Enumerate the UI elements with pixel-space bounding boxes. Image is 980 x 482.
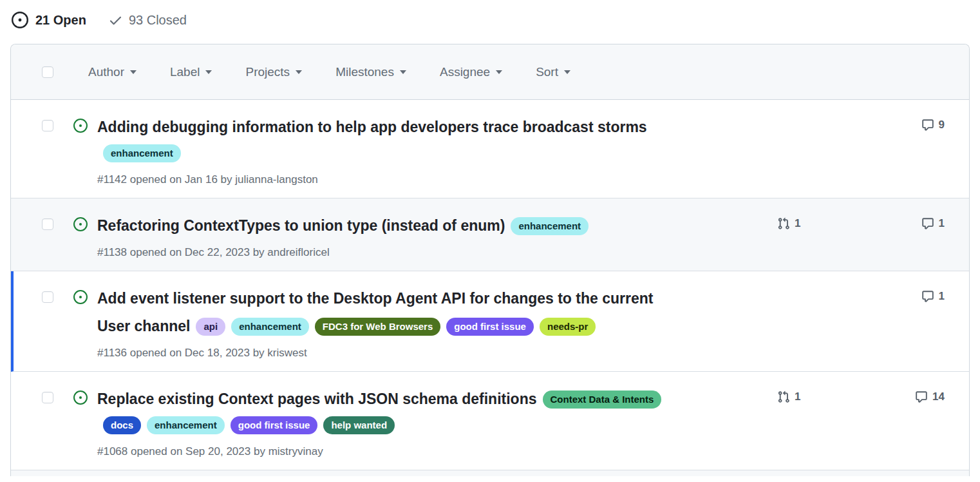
issue-select-checkbox[interactable] <box>42 392 53 403</box>
issue-row: Refactoring ContextTypes to union type (… <box>11 198 969 271</box>
issues-state-summary: 21 Open 93 Closed <box>12 12 980 28</box>
issue-label[interactable]: enhancement <box>147 416 225 434</box>
comment-indicator[interactable]: 1 <box>921 217 945 230</box>
comment-count: 14 <box>932 390 945 403</box>
issue-row-right: 1 <box>777 285 969 303</box>
linked-pr-count: 1 <box>795 390 800 403</box>
filter-assignee[interactable]: Assignee <box>440 65 502 79</box>
comment-count: 1 <box>939 290 945 303</box>
issue-title-line: Replace existing Context pages with JSON… <box>97 386 690 439</box>
issue-main: Adding debugging information to help app… <box>97 114 777 186</box>
issue-row-right: 1 1 <box>777 213 969 230</box>
linked-pr-indicator[interactable]: 1 <box>777 217 800 230</box>
chevron-down-icon <box>205 70 212 74</box>
issue-label[interactable]: FDC3 for Web Browsers <box>315 318 440 336</box>
check-icon <box>108 13 123 28</box>
filter-projects[interactable]: Projects <box>245 65 302 79</box>
issue-opened-icon <box>73 290 88 307</box>
issue-meta: #1068 opened on Sep 20, 2023 by mistryvi… <box>97 445 777 458</box>
issue-label[interactable]: good first issue <box>446 318 534 336</box>
filter-sort[interactable]: Sort <box>536 65 570 79</box>
chevron-down-icon <box>564 70 570 74</box>
comment-icon <box>921 217 934 230</box>
open-count-label: 21 Open <box>35 13 86 28</box>
comment-indicator[interactable]: 1 <box>921 290 945 303</box>
issue-meta: #1138 opened on Dec 22, 2023 by andreifl… <box>97 246 777 259</box>
issues-page: 21 Open 93 Closed Author Label Projects … <box>0 0 980 476</box>
comment-indicator[interactable]: 14 <box>915 390 945 403</box>
linked-pr-count: 1 <box>795 217 800 230</box>
issue-opened-icon <box>73 217 88 234</box>
filter-bar: Author Label Projects Milestones Assigne… <box>11 44 969 100</box>
issue-main: Refactoring ContextTypes to union type (… <box>97 213 777 259</box>
linked-pr-icon <box>777 217 790 230</box>
filter-dropdowns: Author Label Projects Milestones Assigne… <box>88 65 570 79</box>
filter-milestones[interactable]: Milestones <box>335 65 406 79</box>
linked-pr-indicator[interactable]: 1 <box>777 390 800 403</box>
issue-title-link[interactable]: Replace existing Context pages with JSON… <box>97 390 537 407</box>
issue-title-line: Refactoring ContextTypes to union type (… <box>97 213 690 240</box>
issue-select-checkbox[interactable] <box>42 120 53 131</box>
issue-label[interactable]: docs <box>103 416 141 434</box>
issue-label[interactable]: enhancement <box>103 144 181 162</box>
comment-icon <box>921 290 934 303</box>
issue-title-line: Add event listener support to the Deskto… <box>97 285 690 341</box>
comment-indicator[interactable]: 9 <box>921 119 945 131</box>
issue-label[interactable]: Context Data & Intents <box>543 390 662 409</box>
next-row-partial <box>11 470 969 476</box>
issue-label[interactable]: enhancement <box>231 318 309 336</box>
issue-label[interactable]: api <box>196 318 225 336</box>
issue-opened-icon <box>73 390 88 407</box>
issue-title-line: Adding debugging information to help app… <box>97 114 690 168</box>
open-issues-tab[interactable]: 21 Open <box>12 12 86 28</box>
linked-pr-icon <box>777 390 790 403</box>
issue-meta: #1142 opened on Jan 16 by julianna-langs… <box>97 173 777 186</box>
issue-label[interactable]: needs-pr <box>540 318 596 336</box>
closed-issues-tab[interactable]: 93 Closed <box>108 13 187 28</box>
issue-row: Add event listener support to the Deskto… <box>11 271 969 372</box>
issues-rows: Adding debugging information to help app… <box>11 100 969 470</box>
issue-title-link[interactable]: Refactoring ContextTypes to union type (… <box>97 217 505 234</box>
issue-row-right: 9 <box>777 114 969 131</box>
chevron-down-icon <box>296 70 302 74</box>
issue-row-right: 1 14 <box>777 386 969 403</box>
comment-icon <box>915 390 928 403</box>
issue-meta: #1136 opened on Dec 18, 2023 by kriswest <box>97 347 777 360</box>
filter-author[interactable]: Author <box>88 65 137 79</box>
comment-count: 1 <box>939 217 945 230</box>
closed-count-label: 93 Closed <box>129 13 187 28</box>
issue-row: Replace existing Context pages with JSON… <box>11 372 969 470</box>
issue-label[interactable]: enhancement <box>511 217 589 235</box>
issue-select-checkbox[interactable] <box>42 218 53 230</box>
issue-main: Add event listener support to the Deskto… <box>97 285 777 360</box>
comment-count: 9 <box>939 119 945 131</box>
issue-label[interactable]: good first issue <box>231 416 318 434</box>
chevron-down-icon <box>496 70 502 74</box>
chevron-down-icon <box>400 70 406 74</box>
issue-opened-icon <box>12 12 28 28</box>
issue-row: Adding debugging information to help app… <box>11 100 969 198</box>
issue-main: Replace existing Context pages with JSON… <box>97 386 777 458</box>
comment-icon <box>921 119 934 131</box>
issue-title-link[interactable]: Adding debugging information to help app… <box>97 119 647 135</box>
issues-list-container: Author Label Projects Milestones Assigne… <box>10 44 970 476</box>
select-all-checkbox[interactable] <box>42 66 53 78</box>
chevron-down-icon <box>130 70 137 74</box>
issue-opened-icon <box>73 119 88 135</box>
issue-label[interactable]: help wanted <box>323 416 395 434</box>
issue-select-checkbox[interactable] <box>42 291 53 303</box>
filter-label[interactable]: Label <box>170 65 212 79</box>
